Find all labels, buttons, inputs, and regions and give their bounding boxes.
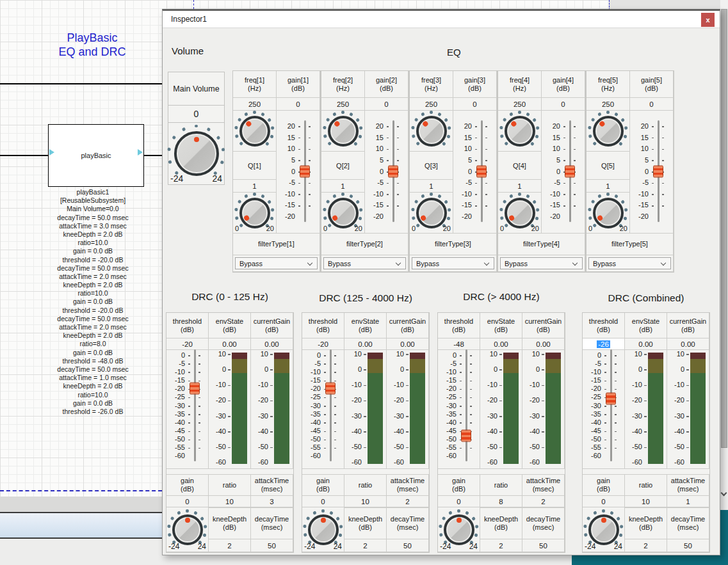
drc3-currentgain-value: 0.00	[522, 338, 565, 350]
dialog-titlebar[interactable]: Inspector1 x	[163, 11, 720, 28]
drc3-decaytime-value[interactable]: 50	[522, 539, 565, 552]
eq4-q-value[interactable]: 1	[498, 180, 542, 193]
eq5-filtertype-dropdown[interactable]: Bypass	[588, 257, 671, 269]
knob-tick	[303, 525, 306, 528]
drc1-threshold-value[interactable]: -20	[166, 338, 209, 350]
drc1-threshold-slider[interactable]: 0-5-10-15-20-25-30-35-40-45-50-55-60	[166, 350, 209, 469]
drc2-attacktime-value[interactable]: 2	[387, 496, 429, 507]
chevron-down-icon	[661, 260, 666, 266]
eq2-gain-slider-handle[interactable]	[388, 165, 398, 177]
scrollbar-thumb[interactable]	[721, 9, 727, 448]
drc2-kneedepth-value[interactable]: 2	[344, 539, 387, 552]
drc4-kneedepth-value[interactable]: 2	[625, 539, 667, 552]
vertical-scrollbar[interactable]	[720, 0, 728, 565]
close-button[interactable]: x	[701, 13, 715, 27]
eq4-filtertype-dropdown[interactable]: Bypass	[500, 257, 583, 269]
eq3-freq-knob[interactable]	[411, 111, 452, 151]
drc3-gain-value[interactable]: 0	[438, 496, 480, 507]
drc4-threshold-edit-field[interactable]: -26	[583, 338, 625, 350]
knob-pointer	[510, 120, 517, 127]
eq1-filtertype-dropdown[interactable]: Bypass	[235, 257, 318, 269]
drc3-threshold-slider[interactable]: 0-5-10-15-20-25-30-35-40-45-50-55-60	[438, 350, 480, 469]
knob-tick	[271, 126, 275, 129]
drc4-decaytime-value[interactable]: 50	[667, 539, 709, 552]
sl-label: -25	[446, 393, 457, 401]
drc2-threshold-slider[interactable]: 0-5-10-15-20-25-30-35-40-45-50-55-60	[302, 350, 344, 469]
drc2-ratio-value[interactable]: 10	[344, 496, 387, 507]
input-port-icon	[49, 149, 54, 155]
eq4-gain-value[interactable]: 0	[542, 98, 585, 111]
drc1-threshold-slider-handle[interactable]	[190, 383, 200, 395]
drc3-threshold-slider-handle[interactable]	[461, 429, 471, 442]
signal-wire-top[interactable]	[0, 83, 162, 84]
drc3-threshold-value[interactable]: -48	[438, 338, 480, 350]
eq5-freq-knob[interactable]	[588, 111, 629, 151]
playbasic-block[interactable]: playBasic	[48, 124, 144, 187]
chevron-down-icon[interactable]	[721, 490, 727, 497]
tick-marks	[228, 354, 231, 462]
eq4-gain-slider[interactable]: 20151050-5-10-15-20	[542, 111, 585, 234]
eq3-gain-slider-handle[interactable]	[476, 165, 487, 177]
drc2-threshold-value[interactable]: -20	[302, 338, 344, 350]
eq2-freq-value[interactable]: 250	[321, 98, 365, 111]
eq5-gain-slider[interactable]: 20151050-5-10-15-20	[630, 111, 674, 234]
drc2-gain-value[interactable]: 0	[302, 496, 344, 507]
eq4-freq-knob[interactable]	[499, 111, 540, 151]
eq4-freq-value[interactable]: 250	[498, 98, 542, 111]
signal-wire-out[interactable]	[144, 155, 162, 156]
signal-wire-in[interactable]	[0, 155, 48, 156]
eq1-freq-value[interactable]: 250	[233, 98, 277, 111]
drc1-kneedepth-value[interactable]: 2	[209, 539, 251, 552]
knob-tick	[350, 113, 353, 116]
slider-track[interactable]	[194, 349, 196, 461]
eq2-q-value[interactable]: 1	[321, 180, 365, 193]
drc1-ratio-value[interactable]: 10	[209, 496, 251, 507]
drc1-gain-value[interactable]: 0	[166, 496, 209, 507]
sl-label: -25	[175, 393, 185, 401]
eq5-gain-value[interactable]: 0	[630, 98, 674, 111]
slider-track[interactable]	[330, 349, 332, 461]
slider-track[interactable]	[610, 349, 612, 461]
eq1-gain-slider-handle[interactable]	[300, 165, 310, 177]
unit: (dB)	[181, 326, 194, 334]
eq2-filtertype-dropdown[interactable]: Bypass	[323, 257, 406, 269]
eq4-gain-slider-handle[interactable]	[565, 165, 575, 177]
gain-name: gain[4]	[553, 76, 574, 84]
eq5-freq-value[interactable]: 250	[586, 98, 630, 111]
eq1-gain-slider[interactable]: 20151050-5-10-15-20	[277, 111, 320, 234]
drc4-threshold-slider[interactable]: 0-5-10-15-20-25-30-35-40-45-50-55-60	[583, 350, 625, 469]
drc2-threshold-slider-handle[interactable]	[325, 383, 336, 395]
drc1-attacktime-value[interactable]: 3	[251, 496, 293, 507]
drc3-kneedepth-value[interactable]: 2	[480, 539, 522, 552]
drc2-decaytime-value[interactable]: 50	[387, 539, 429, 552]
drc4-ratio-value[interactable]: 10	[625, 496, 667, 507]
drc3-ratio-value[interactable]: 8	[480, 496, 522, 507]
eq3-freq-value[interactable]: 250	[410, 98, 453, 111]
eq2-gain-slider[interactable]: 20151050-5-10-15-20	[365, 111, 408, 234]
knob-tick	[442, 142, 446, 146]
eq2-gain-value[interactable]: 0	[365, 98, 408, 111]
eq1-freq-knob[interactable]	[234, 111, 275, 151]
eq5-gain-slider-handle[interactable]	[653, 165, 663, 177]
meter-bar	[274, 353, 289, 464]
drc4-threshold-slider-handle[interactable]	[606, 393, 616, 405]
drc4-gain-value[interactable]: 0	[583, 496, 625, 507]
eq1-q-value[interactable]: 1	[233, 180, 277, 193]
drc4-attacktime-value[interactable]: 1	[667, 496, 709, 507]
eq1-gain-value[interactable]: 0	[277, 98, 320, 111]
slider-track[interactable]	[465, 349, 467, 461]
main-volume-value[interactable]: 0	[168, 106, 224, 123]
eq2-freq-knob[interactable]	[323, 111, 364, 151]
eq5-q-value[interactable]: 1	[586, 180, 630, 193]
eq2-filtertype-cell: Bypass	[321, 255, 408, 272]
sl-label: -10	[487, 381, 497, 388]
eq5-q-knob-cell: 0 20	[586, 193, 630, 234]
sl-label: 5	[291, 156, 295, 164]
eq3-gain-slider[interactable]: 20151050-5-10-15-20	[453, 111, 497, 234]
volume-panel: Main Volume 0 -24 24	[168, 72, 225, 185]
eq3-filtertype-dropdown[interactable]: Bypass	[412, 257, 494, 269]
drc1-decaytime-value[interactable]: 50	[251, 539, 293, 552]
drc3-attacktime-value[interactable]: 2	[522, 496, 565, 507]
eq3-q-value[interactable]: 1	[410, 180, 453, 193]
eq3-gain-value[interactable]: 0	[453, 98, 497, 111]
